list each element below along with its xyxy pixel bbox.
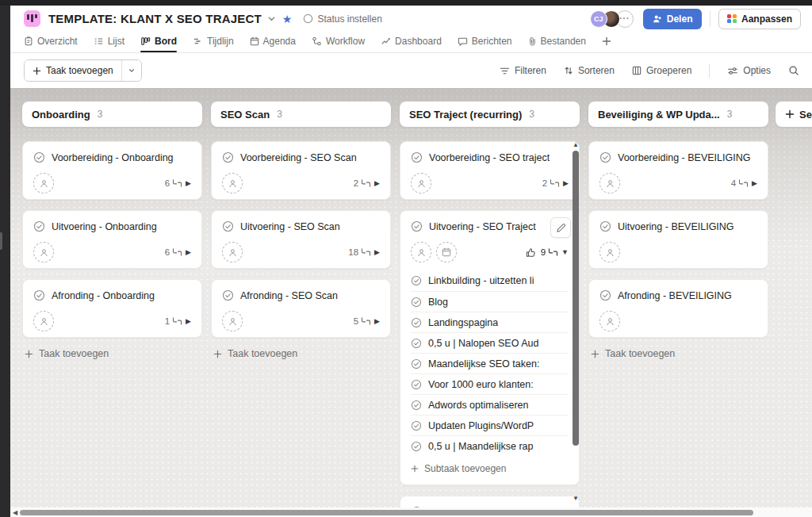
subtask-row[interactable]: Adwords optimaliseren xyxy=(411,394,569,415)
tab-berichten[interactable]: Berichten xyxy=(458,32,512,52)
subtask-row[interactable]: Linkbuilding - uitzetten li xyxy=(411,270,569,291)
filter-button[interactable]: Filteren xyxy=(500,65,546,76)
subtask-toggle[interactable]: 2 ▶ xyxy=(354,178,380,188)
edit-task-button[interactable] xyxy=(550,217,571,238)
add-task-link[interactable]: Taak toevoegen xyxy=(591,348,768,359)
thumbs-up-icon[interactable] xyxy=(526,247,536,258)
subtask-row[interactable]: Maandelijkse SEO taken: xyxy=(411,353,569,373)
assignee-placeholder[interactable] xyxy=(411,173,431,193)
task-check-icon[interactable] xyxy=(33,151,45,163)
set-status-button[interactable]: Status instellen xyxy=(303,13,381,25)
assignee-placeholder[interactable] xyxy=(33,173,54,193)
due-date-placeholder[interactable] xyxy=(436,242,457,262)
add-section-button[interactable]: Sect xyxy=(776,101,812,127)
sidebar-handle[interactable] xyxy=(0,232,2,250)
subtask-toggle[interactable]: 6 ▶ xyxy=(165,178,191,188)
task-check-icon[interactable] xyxy=(411,338,422,349)
subtask-toggle[interactable]: 5 ▶ xyxy=(354,316,380,326)
task-card[interactable]: Uitvoering - BEVEILIGING xyxy=(588,210,768,269)
tab-agenda[interactable]: Agenda xyxy=(250,32,296,52)
column-header[interactable]: Onboarding 3 xyxy=(22,101,202,127)
search-button[interactable] xyxy=(788,65,799,76)
member-avatars[interactable]: CJ ··· xyxy=(590,10,634,28)
task-check-icon[interactable] xyxy=(599,289,611,301)
horizontal-scrollbar[interactable]: ◀ xyxy=(10,507,812,517)
subtask-row[interactable]: Blog xyxy=(411,291,569,312)
task-card[interactable]: Uitvoering - Onboarding 6 ▶ xyxy=(22,210,202,269)
task-check-icon[interactable] xyxy=(222,289,234,301)
subtask-row[interactable]: Landingspagina xyxy=(411,312,569,332)
sort-button[interactable]: Sorteren xyxy=(564,65,615,76)
group-button[interactable]: Groeperen xyxy=(632,65,691,76)
share-button[interactable]: Delen xyxy=(643,9,703,29)
column-header[interactable]: Beveiliging & WP Upda... 3 xyxy=(588,101,768,127)
scrollbar-thumb[interactable] xyxy=(20,510,753,515)
task-check-icon[interactable] xyxy=(33,220,45,232)
scroll-left-arrow[interactable]: ◀ xyxy=(10,509,20,516)
subtask-toggle[interactable]: 18 ▶ xyxy=(348,247,380,257)
task-check-icon[interactable] xyxy=(411,151,423,163)
tab-dashboard[interactable]: Dashboard xyxy=(381,32,442,52)
assignee-placeholder[interactable] xyxy=(222,242,243,262)
scrollbar-thumb[interactable] xyxy=(573,151,579,446)
column-header[interactable]: SEO Scan 3 xyxy=(211,101,391,127)
tab-workflow[interactable]: Workflow xyxy=(312,32,365,52)
subtask-toggle[interactable]: 6 ▶ xyxy=(165,247,191,257)
tab-lijst[interactable]: Lijst xyxy=(94,32,124,52)
task-check-icon[interactable] xyxy=(222,220,234,232)
task-check-icon[interactable] xyxy=(599,151,611,163)
task-check-icon[interactable] xyxy=(411,297,422,308)
assignee-placeholder[interactable] xyxy=(33,311,54,331)
assignee-placeholder[interactable] xyxy=(411,242,431,262)
customize-button[interactable]: Aanpassen xyxy=(718,9,801,29)
subtask-row[interactable]: Voor 1000 euro klanten: xyxy=(411,373,569,394)
task-check-icon[interactable] xyxy=(411,220,423,232)
subtask-row[interactable]: Updaten Plugins/WordP xyxy=(411,415,569,435)
subtask-toggle[interactable]: 9 ▼ xyxy=(526,247,569,258)
assignee-placeholder[interactable] xyxy=(222,173,243,193)
avatar-cj[interactable]: CJ xyxy=(590,10,607,28)
task-card[interactable]: Voorbereiding - SEO traject 2 ▶ xyxy=(400,141,580,200)
add-subtask-link[interactable]: Subtaak toevoegen xyxy=(411,456,569,477)
chevron-down-icon[interactable] xyxy=(267,14,276,23)
assignee-placeholder[interactable] xyxy=(599,311,620,331)
task-card-expanded[interactable]: Uitvoering - SEO Traject 9 ▼ xyxy=(400,210,580,485)
collapsed-sidebar[interactable] xyxy=(0,0,10,517)
subtask-row[interactable]: 0,5 u | Maandelijkse rap xyxy=(411,435,569,456)
task-card[interactable]: Afronding - SEO Scan 5 ▶ xyxy=(211,279,391,338)
add-tab-button[interactable] xyxy=(602,32,611,52)
subtask-toggle[interactable]: 4 ▶ xyxy=(731,178,757,188)
column-scrollbar[interactable]: ▲ ▼ xyxy=(571,141,580,512)
scroll-down-arrow[interactable]: ▼ xyxy=(572,495,580,503)
task-card[interactable]: Voorbereiding - SEO Scan 2 ▶ xyxy=(211,141,391,200)
task-card[interactable]: Voorbereiding - Onboarding 6 ▶ xyxy=(22,141,202,200)
tab-tijdlijn[interactable]: Tijdlijn xyxy=(193,32,234,52)
project-board-icon[interactable] xyxy=(24,10,40,27)
add-task-link[interactable]: Taak toevoegen xyxy=(25,348,202,359)
task-check-icon[interactable] xyxy=(599,220,611,232)
column-header[interactable]: SEO Traject (recurring) 3 xyxy=(400,101,580,127)
assignee-placeholder[interactable] xyxy=(222,311,243,331)
task-check-icon[interactable] xyxy=(411,275,422,286)
scroll-up-arrow[interactable]: ▲ xyxy=(572,141,580,149)
assignee-placeholder[interactable] xyxy=(599,173,620,193)
task-check-icon[interactable] xyxy=(411,317,422,328)
subtask-row[interactable]: 0,5 u | Nalopen SEO Aud xyxy=(411,332,569,353)
assignee-placeholder[interactable] xyxy=(599,242,620,262)
task-check-icon[interactable] xyxy=(33,289,45,301)
favorite-star-icon[interactable]: ★ xyxy=(282,13,293,25)
assignee-placeholder[interactable] xyxy=(33,242,54,262)
tab-bestanden[interactable]: Bestanden xyxy=(528,32,586,52)
task-card[interactable]: Afronding - BEVEILIGING xyxy=(588,279,768,338)
task-card[interactable]: Afronding - Onboarding 1 ▶ xyxy=(22,279,202,338)
task-check-icon[interactable] xyxy=(411,420,422,431)
add-task-dropdown[interactable] xyxy=(121,60,141,81)
subtask-toggle[interactable]: 2 ▶ xyxy=(542,178,569,188)
add-task-button[interactable]: Taak toevoegen xyxy=(25,60,121,81)
task-card[interactable]: Uitvoering - SEO Scan 18 ▶ xyxy=(211,210,391,269)
add-task-link[interactable]: Taak toevoegen xyxy=(213,348,391,359)
options-button[interactable]: Opties xyxy=(727,65,771,76)
task-check-icon[interactable] xyxy=(411,358,422,370)
task-check-icon[interactable] xyxy=(222,151,234,163)
task-card[interactable]: Voorbereiding - BEVEILIGING 4 ▶ xyxy=(588,141,768,200)
